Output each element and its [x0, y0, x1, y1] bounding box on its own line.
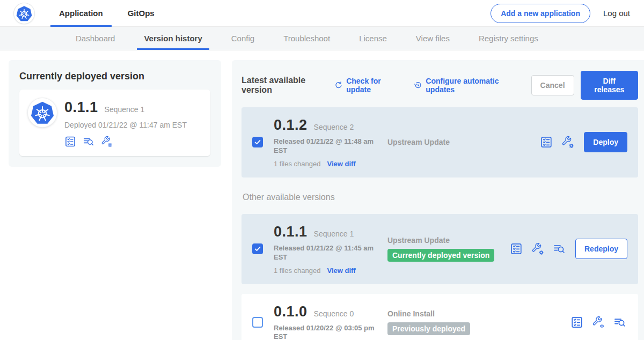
diff-releases-button[interactable]: Diff releases	[581, 71, 639, 100]
deployed-panel-title: Currently deployed version	[19, 71, 210, 82]
released-timestamp: Released 01/21/22 @ 11:45 am EST	[274, 244, 376, 262]
available-versions-header: Latest available version Check for updat…	[241, 69, 638, 107]
check-icon	[254, 138, 261, 146]
latest-available-title: Latest available version	[241, 76, 327, 95]
files-changed-label: 1 files changed	[274, 160, 320, 168]
deployed-sequence-label: Sequence 1	[105, 105, 145, 114]
version-checkbox[interactable]	[252, 243, 263, 254]
cancel-button[interactable]: Cancel	[531, 75, 574, 95]
logout-link[interactable]: Log out	[603, 9, 630, 18]
add-application-button[interactable]: Add a new application	[491, 4, 590, 23]
edit-config-icon[interactable]	[561, 136, 574, 149]
header-tab-application[interactable]: Application	[50, 0, 112, 27]
subnav-tab-dashboard[interactable]: Dashboard	[61, 27, 129, 50]
files-changed-label: 1 files changed	[274, 267, 320, 275]
release-notes-icon[interactable]	[540, 136, 553, 149]
sequence-label: Sequence 0	[314, 309, 354, 318]
version-checkbox[interactable]	[252, 317, 263, 328]
version-number: 0.1.1	[274, 224, 308, 240]
deployed-version-card: 0.1.1 Sequence 1 Deployed 01/21/22 @ 11:…	[19, 90, 210, 156]
version-source-label: Online Install	[387, 309, 510, 318]
header-tab-gitops[interactable]: GitOps	[119, 0, 163, 27]
version-source-label: Upstream Update	[387, 138, 510, 146]
available-versions-panel: Latest available version Check for updat…	[232, 60, 644, 340]
app-subnav: Dashboard Version history Config Trouble…	[0, 27, 644, 50]
subnav-tab-registry-settings[interactable]: Registry settings	[464, 27, 553, 50]
main-content: Currently deployed version 0.1.1 Sequenc…	[0, 50, 644, 340]
deploy-button[interactable]: Deploy	[584, 132, 627, 152]
subnav-tab-troubleshoot[interactable]: Troubleshoot	[269, 27, 345, 50]
released-timestamp: Released 01/21/22 @ 11:48 am EST	[274, 137, 376, 156]
preflight-results-icon[interactable]	[613, 316, 626, 329]
check-icon	[254, 245, 261, 253]
version-number: 0.1.2	[274, 117, 308, 134]
version-checkbox[interactable]	[252, 137, 263, 147]
preflight-results-icon[interactable]	[553, 242, 566, 255]
deployed-version-number: 0.1.1	[64, 99, 98, 116]
kubernetes-logo-icon	[14, 3, 34, 24]
release-notes-icon[interactable]	[510, 242, 523, 255]
top-header: Application GitOps Add a new application…	[0, 0, 644, 27]
subnav-tab-config[interactable]: Config	[217, 27, 269, 50]
redeploy-button[interactable]: Redeploy	[575, 239, 627, 259]
view-config-icon[interactable]	[592, 316, 605, 329]
previously-deployed-badge: Previously deployed	[387, 322, 470, 335]
header-tab-label: Application	[59, 9, 103, 18]
configure-automatic-updates-link[interactable]: Configure automatic updates	[414, 77, 517, 94]
view-diff-link[interactable]: View diff	[327, 267, 355, 275]
release-notes-icon[interactable]	[64, 136, 76, 147]
version-row-0-1-2: 0.1.2 Sequence 2 Released 01/21/22 @ 11:…	[241, 107, 638, 178]
check-for-update-link[interactable]: Check for update	[334, 77, 400, 94]
subnav-tab-view-files[interactable]: View files	[401, 27, 464, 50]
subnav-tab-version-history[interactable]: Version history	[129, 27, 216, 50]
release-notes-icon[interactable]	[570, 316, 583, 329]
version-number: 0.1.0	[274, 304, 308, 320]
view-diff-link[interactable]: View diff	[327, 160, 355, 168]
clock-history-icon	[414, 80, 422, 90]
preflight-results-icon[interactable]	[83, 136, 94, 147]
version-row-0-1-0: 0.1.0 Sequence 0 Released 01/20/22 @ 03:…	[241, 294, 638, 340]
edit-config-icon[interactable]	[531, 242, 544, 255]
other-versions-label: Other available versions	[243, 193, 638, 202]
refresh-icon	[334, 80, 343, 90]
deployed-timestamp: Deployed 01/21/22 @ 11:47 am EST	[64, 121, 187, 129]
currently-deployed-badge: Currently deployed version	[387, 249, 494, 262]
currently-deployed-panel: Currently deployed version 0.1.1 Sequenc…	[9, 60, 221, 167]
version-source-label: Upstream Update	[387, 236, 510, 245]
subnav-tab-license[interactable]: License	[345, 27, 401, 50]
view-config-icon[interactable]	[101, 136, 113, 147]
sequence-label: Sequence 1	[314, 230, 354, 238]
sequence-label: Sequence 2	[314, 123, 354, 131]
app-logo-icon	[28, 98, 57, 127]
header-tab-label: GitOps	[128, 9, 155, 18]
version-row-0-1-1: 0.1.1 Sequence 1 Released 01/21/22 @ 11:…	[241, 214, 638, 284]
released-timestamp: Released 01/20/22 @ 03:05 pm EST	[274, 324, 376, 340]
